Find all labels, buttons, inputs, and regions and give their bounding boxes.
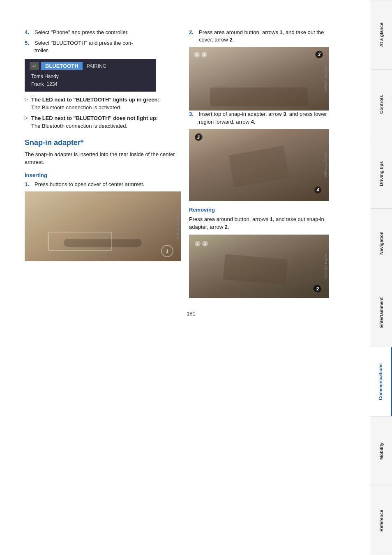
- bt-device-1: Toms Handy: [30, 73, 151, 81]
- right-step-3-number: 3.: [189, 111, 197, 125]
- bt-header: ↩ BLUETOOTH PAIRING: [30, 62, 151, 70]
- sidebar-tab-entertainment[interactable]: Entertainment: [370, 278, 392, 347]
- snap-in-description: The snap-in adapter is inserted into the…: [25, 150, 181, 166]
- bullet-2-arrow: ▷: [25, 114, 31, 130]
- removing-heading: Removing: [189, 207, 329, 213]
- removing-text: Press area around button, arrows 1, and …: [189, 215, 329, 231]
- circle-3: 3: [195, 134, 202, 141]
- left-column: 4. Select "Phone" and press the controll…: [25, 29, 181, 298]
- right-step-2-text: Press area around button, arrows 1, and …: [199, 29, 329, 44]
- main-content: 4. Select "Phone" and press the controll…: [0, 0, 370, 555]
- sidebar-tab-at-a-glance[interactable]: At a glance: [370, 0, 392, 69]
- inserting-heading: Inserting: [25, 172, 181, 178]
- bt-pairing: PAIRING: [87, 63, 106, 69]
- step-5-number: 5.: [25, 39, 33, 54]
- removing-img-label: WW7TLV-R504K: [323, 235, 328, 298]
- bullet-1-text: The LED next to "BLUETOOTH" lights up in…: [31, 96, 159, 112]
- sidebar-tab-controls[interactable]: Controls: [370, 69, 392, 139]
- right-column: 2. Press area around button, arrows 1, a…: [189, 29, 329, 298]
- bt-device-2: Frank_1234: [30, 81, 151, 88]
- sidebar-tab-reference[interactable]: Reference: [370, 486, 392, 555]
- step-5: 5. Select "BLUETOOTH" and press the con-…: [25, 39, 181, 54]
- circle-2: 2: [316, 51, 323, 58]
- step-1-number: 1.: [25, 181, 33, 188]
- bullet-2: ▷ The LED next to "BLUETOOTH" does not l…: [25, 114, 181, 130]
- cover-image: 2 1 1 WW9CF-AR3034K: [189, 47, 329, 111]
- armrest-img-label: WMTE1-G3504K: [175, 191, 180, 261]
- snap-in-heading: Snap-in adapter*: [25, 138, 181, 147]
- sidebar-tab-driving-tips[interactable]: Driving tips: [370, 139, 392, 208]
- armrest-image: 1 WMTE1-G3504K: [25, 191, 181, 261]
- sidebar: At a glance Controls Driving tips Naviga…: [370, 0, 392, 555]
- sidebar-tab-navigation[interactable]: Navigation: [370, 208, 392, 278]
- right-step-3: 3. Insert top of snap-in adapter, arrow …: [189, 111, 329, 125]
- circle-2b: 2: [314, 286, 321, 292]
- removing-image: 2 1 1 WW7TLV-R504K: [189, 235, 329, 298]
- adapter-insert-image: 3 4 WW7TLV-R304K: [189, 129, 329, 201]
- right-step-2: 2. Press area around button, arrows 1, a…: [189, 29, 329, 44]
- cover-img-label: WW9CF-AR3034K: [323, 47, 328, 111]
- step-4-number: 4.: [25, 29, 33, 36]
- adapter-img-label: WW7TLV-R304K: [323, 129, 328, 201]
- step-1-text: Press buttons to open cover of center ar…: [35, 181, 181, 188]
- right-step-3-text: Insert top of snap-in adapter, arrow 3, …: [199, 111, 329, 125]
- two-column-layout: 4. Select "Phone" and press the controll…: [25, 29, 357, 298]
- sidebar-tab-communications[interactable]: Communications: [370, 347, 392, 416]
- right-step-2-number: 2.: [189, 29, 197, 44]
- page-container: 4. Select "Phone" and press the controll…: [0, 0, 392, 555]
- bluetooth-screen: ↩ BLUETOOTH PAIRING Toms Handy Frank_123…: [25, 59, 156, 92]
- bt-label: BLUETOOTH: [41, 62, 83, 70]
- bullet-2-text: The LED next to "BLUETOOTH" does not lig…: [31, 114, 158, 130]
- step-4-text: Select "Phone" and press the controller.: [35, 29, 181, 36]
- bt-back-icon: ↩: [30, 62, 39, 70]
- step-5-text: Select "BLUETOOTH" and press the con- tr…: [35, 39, 181, 54]
- step-1: 1. Press buttons to open cover of center…: [25, 181, 181, 188]
- page-number: 181: [25, 311, 357, 317]
- bullet-1: ▷ The LED next to "BLUETOOTH" lights up …: [25, 96, 181, 112]
- bullet-1-arrow: ▷: [25, 96, 31, 112]
- sidebar-tab-mobility[interactable]: Mobility: [370, 416, 392, 486]
- step-4: 4. Select "Phone" and press the controll…: [25, 29, 181, 36]
